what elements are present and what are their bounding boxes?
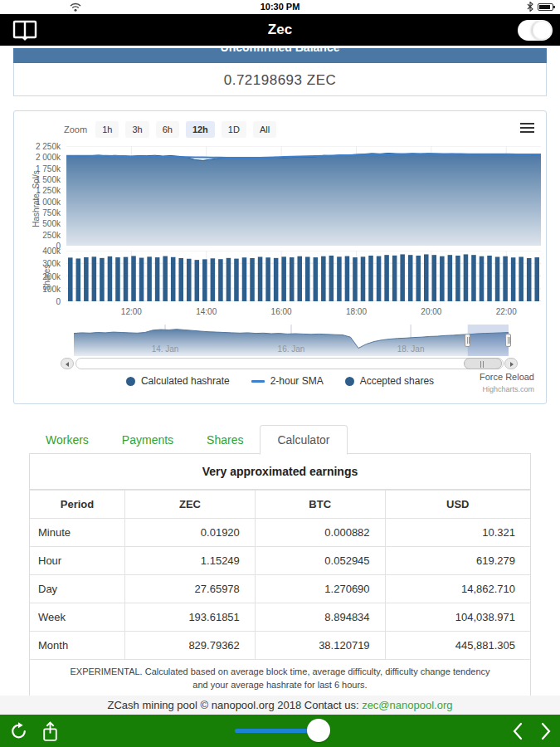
chart-navigator[interactable]: 14. Jan16. Jan18. Jan [74, 325, 509, 356]
legend-label: 2-hour SMA [270, 375, 324, 387]
scrollbar-left-button[interactable] [61, 358, 74, 369]
value-cell: 445,881.305 [385, 632, 530, 660]
battery-icon [538, 3, 553, 11]
footer-text: ZCash mining pool © nanopool.org 2018 Co… [108, 699, 363, 711]
navigator-left-handle[interactable] [465, 334, 470, 347]
earnings-column-header: ZEC [125, 491, 256, 519]
y-tick: 1 000k [14, 198, 61, 207]
navigator-date: 18. Jan [397, 344, 425, 354]
page-slider[interactable] [235, 729, 392, 733]
back-button[interactable] [512, 722, 523, 744]
legend-item-accepted-shares[interactable]: Accepted shares [345, 375, 434, 387]
value-cell: 0.052945 [255, 547, 385, 575]
earnings-table: PeriodZECBTCUSD Minute0.019200.00088210.… [30, 490, 530, 659]
table-row: Month829.7936238.120719445,881.305 [30, 632, 530, 660]
forward-button[interactable] [540, 722, 552, 744]
y-tick: 300k [14, 259, 61, 268]
value-cell: 14,862.710 [385, 575, 530, 603]
balance-box: 0.72198693 ZEC [13, 63, 547, 96]
tab-workers[interactable]: Workers [29, 426, 105, 454]
table-row: Day27.659781.27069014,862.710 [30, 575, 530, 603]
zoom-label: Zoom [64, 124, 87, 134]
legend-item-calculated-hashrate[interactable]: Calculated hashrate [126, 375, 230, 387]
x-tick: 12:00 [121, 307, 142, 316]
nav-bar: Zec [0, 14, 560, 46]
value-cell: 1.15249 [125, 547, 256, 575]
y-tick: 100k [14, 285, 61, 294]
slider-fill [235, 729, 319, 733]
reload-button[interactable] [8, 720, 29, 745]
toggle-knob [533, 21, 552, 40]
x-tick: 22:00 [496, 307, 517, 316]
screen: 10:30 PM Zec Unconfirmed Balance 0.72198… [0, 0, 560, 747]
y-tick: 250k [14, 231, 61, 240]
hashrate-chart[interactable] [66, 146, 541, 246]
toggle-switch[interactable] [518, 20, 553, 41]
value-cell: 0.000882 [255, 519, 385, 547]
status-time: 10:30 PM [0, 2, 560, 12]
zoom-button-1d[interactable]: 1D [222, 121, 246, 138]
period-cell: Week [30, 603, 125, 632]
shares-chart[interactable] [66, 251, 541, 301]
earnings-note: EXPERIMENTAL. Calculated based on averag… [30, 659, 530, 700]
y-tick: 0 [14, 297, 61, 306]
x-tick: 20:00 [421, 307, 441, 316]
zoom-button-6h[interactable]: 6h [156, 121, 179, 138]
value-cell: 10.321 [385, 519, 530, 547]
page-footer: ZCash mining pool © nanopool.org 2018 Co… [0, 696, 560, 715]
legend-item-2-hour-sma[interactable]: 2-hour SMA [251, 375, 324, 387]
x-tick: 16:00 [271, 307, 292, 316]
navigator-right-handle[interactable] [505, 334, 511, 347]
y-tick: 200k [14, 272, 61, 281]
value-cell: 0.01920 [125, 519, 256, 547]
tabs-row: WorkersPaymentsSharesCalculator [29, 424, 348, 454]
highcharts-credit-link[interactable]: Highcharts.com [482, 385, 534, 393]
value-cell: 829.79362 [125, 632, 256, 660]
balance-header-bar: Unconfirmed Balance [13, 48, 547, 63]
navigator-date: 16. Jan [278, 344, 305, 354]
y-tick: 500k [14, 219, 61, 228]
zoom-button-12h[interactable]: 12h [186, 121, 215, 138]
period-cell: Minute [30, 519, 125, 547]
zoom-button-all[interactable]: All [253, 121, 276, 138]
period-cell: Hour [30, 547, 125, 575]
bottom-toolbar [0, 715, 560, 747]
bluetooth-icon [527, 2, 533, 12]
legend-label: Accepted shares [360, 375, 434, 387]
tab-calculator[interactable]: Calculator [260, 425, 347, 455]
status-bar: 10:30 PM [0, 0, 560, 14]
chart-legend: Calculated hashrate2-hour SMAAccepted sh… [14, 375, 546, 387]
y-tick: 400k [14, 247, 61, 256]
table-row: Minute0.019200.00088210.321 [30, 519, 530, 547]
force-reload-link[interactable]: Force Reload [480, 372, 534, 382]
y-tick: 2 250k [14, 142, 61, 151]
page-title: Zec [0, 22, 560, 38]
scrollbar-right-button[interactable] [504, 358, 518, 369]
chart-menu-icon[interactable] [520, 123, 534, 133]
zoom-button-1h[interactable]: 1h [95, 121, 119, 138]
y-tick: 2 000k [14, 153, 61, 162]
chart-panel: Zoom 1h3h6h12h1DAll Hashrate, Sol/s Shar… [13, 110, 547, 404]
legend-circle-marker [126, 377, 135, 386]
value-cell: 1.270690 [255, 575, 385, 603]
earnings-column-header: Period [30, 491, 125, 519]
earnings-header-row: PeriodZECBTCUSD [30, 491, 530, 519]
tab-shares[interactable]: Shares [190, 426, 260, 454]
y-tick: 1 250k [14, 186, 61, 195]
balance-header-label: Unconfirmed Balance [13, 48, 547, 54]
scrollbar-thumb[interactable] [464, 358, 502, 369]
balance-value: 0.72198693 ZEC [14, 72, 546, 89]
period-cell: Day [30, 575, 125, 603]
contact-email-link[interactable]: zec@nanopool.org [362, 699, 452, 711]
tab-payments[interactable]: Payments [105, 426, 190, 454]
scrollbar-track[interactable] [75, 358, 504, 369]
battery-fill [539, 5, 550, 9]
slider-thumb[interactable] [307, 719, 330, 742]
earnings-panel: Very approximated earnings PeriodZECBTCU… [29, 453, 531, 701]
zoom-buttons: Zoom 1h3h6h12h1DAll [64, 121, 276, 138]
share-button[interactable] [40, 720, 61, 746]
y-tick: 1 750k [14, 164, 61, 173]
earnings-title: Very approximated earnings [30, 454, 530, 490]
legend-label: Calculated hashrate [141, 375, 230, 387]
zoom-button-3h[interactable]: 3h [125, 121, 149, 138]
